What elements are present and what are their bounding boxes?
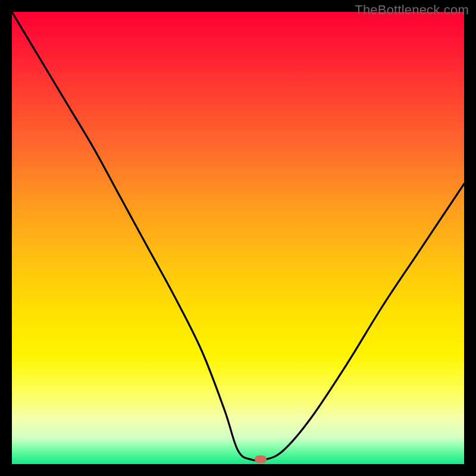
bottleneck-marker	[255, 456, 267, 464]
plot-area	[12, 12, 464, 464]
chart-frame: TheBottleneck.com	[0, 0, 476, 476]
watermark-text: TheBottleneck.com	[355, 2, 469, 18]
bottleneck-curve	[12, 12, 464, 464]
